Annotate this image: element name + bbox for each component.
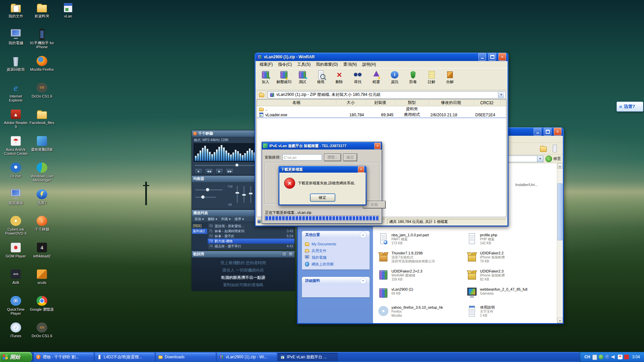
drive-icon[interactable] — [257, 220, 261, 224]
scroll-thumb[interactable] — [557, 183, 562, 240]
error-close-button[interactable]: × — [358, 166, 364, 173]
other-places-header[interactable]: 其他位置 ▲ — [302, 231, 370, 239]
tray-keyboard-icon[interactable] — [592, 355, 597, 359]
toolbar-del-button[interactable]: ×刪除 — [330, 69, 348, 84]
winrar-minimize-button[interactable] — [478, 53, 486, 61]
lyrics-download-button[interactable]: ↓ — [282, 252, 287, 257]
start-button[interactable]: 開始 — [0, 352, 32, 362]
up-one-level-button[interactable] — [257, 91, 266, 99]
install-path-input[interactable]: C:\vLan — [282, 154, 322, 161]
explorer-minimize-button[interactable] — [534, 128, 541, 135]
toolbar-info-button[interactable]: i資訊 — [385, 69, 404, 84]
chevron-up-icon[interactable]: ▲ — [360, 232, 366, 238]
desktop-icon-qt[interactable]: QQuickTime Player — [3, 295, 29, 322]
menu-item[interactable]: 工具(S) — [294, 61, 313, 68]
desktop-icon-computer[interactable]: 我的電腦 — [3, 29, 29, 56]
lyrics-close-button[interactable]: × — [288, 252, 293, 257]
surround-slider[interactable] — [195, 197, 216, 198]
partially-visible-file[interactable]: Installer/Uni... — [515, 183, 538, 187]
desktop-icon-avira[interactable]: ☂Avira AntiVir Control Center — [3, 135, 29, 162]
desktop-icon-folder-docs[interactable]: 我的文件 — [3, 2, 29, 29]
column-header[interactable]: CRC32 — [474, 100, 500, 106]
desktop-icon-dvd[interactable]: CyberLink PowerDVD 9 — [3, 215, 29, 242]
address-dropdown-button[interactable]: ▼ — [498, 92, 504, 98]
eq-band-slider[interactable] — [244, 186, 245, 203]
menu-item[interactable]: 我的最愛(O) — [313, 61, 340, 68]
desktop-icon-gom[interactable]: GOM Player — [3, 242, 29, 269]
eq-band-slider[interactable] — [237, 186, 238, 203]
previous-button[interactable]: ◀◀ — [205, 168, 213, 174]
language-indicator[interactable]: CH — [584, 355, 590, 359]
desktop-icon-ie[interactable]: eInternet Explorer — [3, 82, 29, 109]
desktop-icon-cs[interactable]: CSDcOo CS1.6 — [29, 322, 55, 349]
desktop-icon-ttplayer[interactable]: ♪千千靜聽 — [29, 215, 55, 242]
eq-band-knob[interactable] — [235, 192, 239, 194]
details-header[interactable]: 詳細資料 ▼ — [302, 277, 370, 285]
taskbar-task[interactable]: IPvE vLan 遊戲平台 ... — [278, 353, 338, 361]
explorer-close-button[interactable]: × — [554, 128, 561, 135]
file-row[interactable]: vLoader.exe180,78469,945應用程式2/6/2010 21:… — [257, 112, 506, 118]
toolbar-wizard-button[interactable]: ★精靈 — [367, 69, 385, 84]
toolbar-comment-button[interactable]: 註解 — [422, 69, 441, 84]
taskbar-task[interactable]: vLan2900 (1).zip - Wi... — [217, 353, 277, 361]
balance-slider[interactable] — [195, 189, 223, 190]
file-item[interactable]: UDIDFaker2.3iPhone 裝裝軟體82 KB — [466, 269, 555, 287]
column-header[interactable]: 類型 — [395, 100, 429, 106]
column-header[interactable]: 名稱 — [257, 100, 336, 106]
desktop-icon-firefox[interactable]: Mozilla Firefox — [29, 55, 55, 82]
playlist-toolbar-button[interactable]: 刪除 ▾ — [208, 217, 217, 222]
playlist-tab[interactable]: 新列表2 — [192, 229, 207, 234]
file-item[interactable]: Thunder7.1.8.2298迅雷7安裝程式深圳市迅雷網絡技術有限公司 — [378, 251, 466, 269]
stop-button[interactable]: ■ — [195, 168, 203, 174]
seek-knob[interactable] — [235, 164, 238, 167]
views-toolbar-button[interactable] — [551, 144, 559, 153]
explorer-scrollbar[interactable]: ▲ ▼ — [557, 163, 563, 323]
file-item[interactable]: webbeanfun_2_0_47_85_fullGamania — [466, 287, 555, 305]
column-header[interactable]: 修改的日期 — [429, 100, 474, 106]
taskbar-task[interactable]: Downloads — [156, 353, 216, 361]
desktop-icon-cs[interactable]: CSDcOo CS1.6 — [29, 82, 55, 109]
toolbar-test-button[interactable]: ●測試 — [293, 69, 312, 84]
desktop-icon-lingoes[interactable]: 靈格斯翻譯家 — [29, 135, 55, 162]
column-header[interactable]: 大小 — [336, 100, 366, 106]
playlist-toolbar-button[interactable]: 排序 ▾ — [234, 217, 244, 222]
toolbar-add-button[interactable]: +加入 — [256, 69, 275, 84]
scroll-up-arrow[interactable]: ▲ — [557, 163, 562, 169]
tray-volume-icon[interactable] — [611, 355, 616, 359]
file-item[interactable]: nba_jam_1.0.0.pxl.partPART 檔案173 KB — [378, 233, 466, 251]
clock[interactable]: 3:04 — [632, 355, 640, 359]
winrar-close-button[interactable]: × — [498, 53, 506, 61]
desktop-icon-phone[interactable]: 91手機助手 for iPhone — [29, 29, 55, 56]
menu-item[interactable]: 指令(C) — [275, 61, 294, 68]
tray-thunder-icon[interactable] — [605, 355, 610, 359]
installer-titlebar[interactable]: IPvE vLan 遊戲平台 裝載精靈 - TEL:23873177 × — [262, 142, 382, 149]
eq-band-slider[interactable] — [250, 186, 251, 203]
playlist-toolbar-button[interactable]: 添加 ▾ — [195, 217, 204, 222]
explorer-maximize-button[interactable] — [544, 128, 551, 135]
winrar-titlebar[interactable]: vLan2900 (1).zip - WinRAR × — [256, 53, 507, 61]
archive-address-field[interactable]: vLan2900 (1).zip - ZIP 壓縮檔, 未封裝大小 180,78… — [268, 91, 506, 99]
desktop-icon-recycle[interactable]: 資源回收筒 — [3, 55, 29, 82]
tray-messenger-icon[interactable] — [599, 355, 603, 359]
eq-band-knob[interactable] — [249, 193, 253, 194]
installer-close-button[interactable]: × — [374, 143, 381, 149]
playlist-tab[interactable]: [預設] — [192, 223, 207, 229]
file-item[interactable]: UDIDFaker2.2+2.3WinRAR 壓縮檔159 KB — [378, 269, 466, 287]
xunlei-flyout[interactable]: « 迅雷7 — [616, 102, 643, 112]
desktop-icon-chrome[interactable]: Google 瀏覽器 — [29, 295, 55, 322]
playlist-item[interactable]: 72林峯 - 愛不疚5:24 — [208, 234, 294, 239]
surround-knob[interactable] — [201, 195, 205, 199]
error-titlebar[interactable]: 下載更新檔案 × — [279, 166, 366, 173]
playlist-item[interactable]: 73劉力揚-禮物 — [208, 239, 294, 244]
playlist-toolbar-button[interactable]: 列表 ▾ — [221, 217, 231, 222]
tray-antivir-icon[interactable] — [624, 355, 629, 359]
menu-item[interactable]: 選項(N) — [340, 61, 360, 68]
file-item[interactable]: profile.phpPHP 檔案142 KB — [466, 233, 555, 251]
installer-ok-button[interactable]: 確定 — [343, 154, 357, 161]
balance-knob[interactable] — [206, 188, 209, 191]
chevron-down-icon[interactable]: ▼ — [360, 278, 366, 284]
file-item[interactable]: 使用說明文字文件1 KB — [466, 305, 555, 323]
desktop-icon-l4d[interactable]: 4left4dead2 — [29, 242, 55, 269]
toolbar-find-button[interactable]: 尋找 — [348, 69, 367, 84]
file-item[interactable]: yahoo_firefox_3.6.10_setup_hkFirefoxMozi… — [378, 305, 466, 323]
